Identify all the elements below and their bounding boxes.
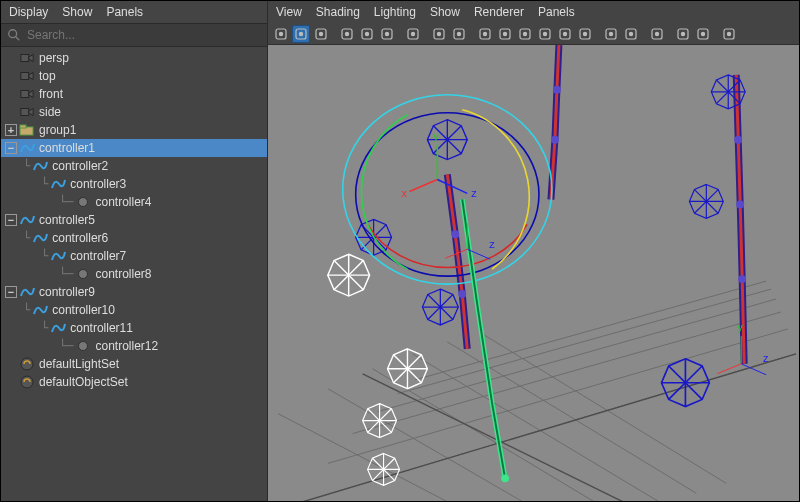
outliner-item-row[interactable]: └ controller11 <box>1 319 267 337</box>
outliner-camera-row[interactable]: top <box>1 67 267 85</box>
expand-toggle[interactable]: − <box>5 214 17 226</box>
textured-icon[interactable] <box>536 25 554 43</box>
svg-point-72 <box>736 200 744 208</box>
svg-point-52 <box>701 31 705 35</box>
outliner-camera-row[interactable]: front <box>1 85 267 103</box>
tree-branch-icon: └ <box>41 321 48 335</box>
cam-settings-icon[interactable] <box>694 25 712 43</box>
outliner-item-row[interactable]: └ controller2 <box>1 157 267 175</box>
outliner-item-row[interactable]: └─ controller4 <box>1 193 267 211</box>
outliner-item-row[interactable]: └─ controller12 <box>1 337 267 355</box>
grid <box>278 281 796 501</box>
annotations-icon[interactable] <box>648 25 666 43</box>
cam-lock-icon[interactable] <box>674 25 692 43</box>
viewport-menu-view[interactable]: View <box>276 5 302 19</box>
outliner-menu-panels[interactable]: Panels <box>106 5 143 19</box>
outliner-item-label: front <box>39 85 63 103</box>
outliner-item-label: controller8 <box>95 265 151 283</box>
shadows-icon[interactable] <box>576 25 594 43</box>
flat-shade-icon[interactable] <box>516 25 534 43</box>
tree-branch-icon: └ <box>23 159 30 173</box>
outliner-item-row[interactable]: + group1 <box>1 121 267 139</box>
outliner-menu-display[interactable]: Display <box>9 5 48 19</box>
svg-text:y: y <box>433 130 439 142</box>
paint-select-icon[interactable] <box>378 25 396 43</box>
outliner-menu-show[interactable]: Show <box>62 5 92 19</box>
svg-point-22 <box>365 31 369 35</box>
outliner-panel: Display Show Panels persp top front side <box>1 1 268 501</box>
outliner-camera-row[interactable]: persp <box>1 49 267 67</box>
svg-line-60 <box>479 332 726 483</box>
curve-icon <box>32 303 48 317</box>
svg-point-24 <box>385 31 389 35</box>
outliner-item-label: controller12 <box>95 337 158 355</box>
grid-icon[interactable] <box>602 25 620 43</box>
svg-point-10 <box>79 342 88 351</box>
outliner-item-row[interactable]: └ controller6 <box>1 229 267 247</box>
outliner-item-row[interactable]: defaultObjectSet <box>1 373 267 391</box>
svg-point-50 <box>681 31 685 35</box>
selected-controls <box>328 254 428 485</box>
svg-rect-3 <box>21 73 29 80</box>
svg-text:x: x <box>401 187 407 199</box>
tree-branch-icon: └─ <box>59 195 73 209</box>
viewport-menu-renderer[interactable]: Renderer <box>474 5 524 19</box>
lasso-icon[interactable] <box>358 25 376 43</box>
svg-line-64 <box>378 299 776 412</box>
expand-toggle[interactable]: − <box>5 286 17 298</box>
expand-toggle[interactable]: − <box>5 142 17 154</box>
outliner-tree[interactable]: persp top front side + group1 − controll… <box>1 47 267 501</box>
svg-point-11 <box>21 358 33 370</box>
wireframe-icon[interactable] <box>476 25 494 43</box>
outliner-item-label: controller2 <box>52 157 108 175</box>
viewport-menubar: View Shading Lighting Show Renderer Pane… <box>268 1 799 23</box>
tree-branch-icon: └ <box>41 249 48 263</box>
svg-point-128 <box>501 474 509 482</box>
expand-toggle[interactable]: + <box>5 124 17 136</box>
viewport-menu-lighting[interactable]: Lighting <box>374 5 416 19</box>
film-gate-icon[interactable] <box>272 25 290 43</box>
xray-joints-icon[interactable] <box>450 25 468 43</box>
svg-point-70 <box>551 136 559 144</box>
gate-mask-icon[interactable] <box>312 25 330 43</box>
app-root: Display Show Panels persp top front side <box>0 0 800 502</box>
use-lights-icon[interactable] <box>556 25 574 43</box>
outliner-item-row[interactable]: └ controller7 <box>1 247 267 265</box>
svg-point-12 <box>21 376 33 388</box>
outliner-item-row[interactable]: └ controller3 <box>1 175 267 193</box>
outliner-item-row[interactable]: − controller1 <box>1 139 267 157</box>
svg-text:y: y <box>737 321 743 333</box>
outliner-item-label: top <box>39 67 56 85</box>
search-icon <box>7 28 21 42</box>
viewport-menu-shading[interactable]: Shading <box>316 5 360 19</box>
xform-icon <box>19 123 35 137</box>
svg-point-74 <box>451 230 459 238</box>
render-icon[interactable] <box>720 25 738 43</box>
outliner-camera-row[interactable]: side <box>1 103 267 121</box>
outliner-item-row[interactable]: └ controller10 <box>1 301 267 319</box>
camera-icon <box>19 51 35 65</box>
image-plane-icon[interactable] <box>622 25 640 43</box>
isolate-icon[interactable] <box>404 25 422 43</box>
viewport-3d[interactable]: x y z z y z <box>268 45 799 501</box>
xray-icon[interactable] <box>430 25 448 43</box>
svg-point-75 <box>458 290 466 298</box>
nurbs-controls <box>356 75 746 407</box>
svg-point-16 <box>299 31 303 35</box>
search-input[interactable] <box>27 28 261 42</box>
outliner-item-row[interactable]: − controller9 <box>1 283 267 301</box>
outliner-item-row[interactable]: − controller5 <box>1 211 267 229</box>
svg-point-38 <box>543 31 547 35</box>
svg-point-9 <box>79 270 88 279</box>
outliner-item-row[interactable]: defaultLightSet <box>1 355 267 373</box>
select-icon[interactable] <box>338 25 356 43</box>
svg-point-71 <box>734 136 742 144</box>
smooth-shade-icon[interactable] <box>496 25 514 43</box>
svg-point-30 <box>457 31 461 35</box>
viewport-menu-show[interactable]: Show <box>430 5 460 19</box>
outliner-item-row[interactable]: └─ controller8 <box>1 265 267 283</box>
curve-icon <box>19 285 35 299</box>
svg-line-129 <box>409 179 437 191</box>
resolution-gate-icon[interactable] <box>292 25 310 43</box>
viewport-menu-panels[interactable]: Panels <box>538 5 575 19</box>
